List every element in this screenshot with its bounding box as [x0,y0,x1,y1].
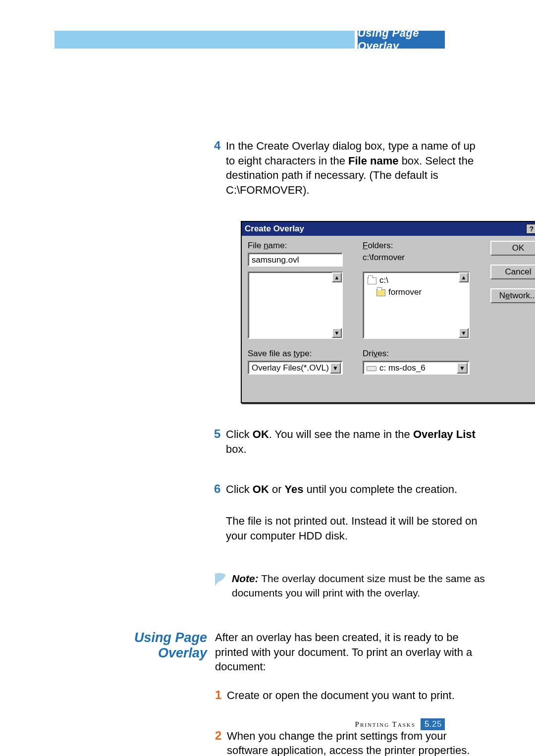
tree-child-row[interactable]: formover [366,286,467,298]
help-icon[interactable]: ? [526,224,535,234]
step-text-b1: Create or open the document you want to … [227,688,486,703]
label-drives: Drives: [363,349,389,359]
scroll-up-icon[interactable]: ▲ [459,272,469,282]
label-save-type: Save file as type: [248,349,312,359]
file-name-input[interactable]: samsung.ovl [248,253,343,267]
step-num-4: 4 [214,139,226,198]
create-overlay-dialog: Create Overlay ? × File name: samsung.ov… [241,221,535,403]
file-name-listbox[interactable]: ▲ ▼ [248,271,343,339]
step-6: 6 Click OK or Yes until you complete the… [214,482,485,497]
page-number: 5.25 [421,718,445,730]
step-num-b1: 1 [215,688,227,703]
step-num-6: 6 [214,482,226,497]
drives-value: c: ms-dos_6 [379,363,426,373]
scroll-down-icon[interactable]: ▼ [332,328,342,338]
scroll-down-icon[interactable]: ▼ [459,328,469,338]
dialog-titlebar: Create Overlay ? × [242,222,535,236]
section-intro: After an overlay has been created, it is… [215,630,486,674]
step-4: 4 In the Create Overlay dialog box, type… [214,139,485,198]
label-folders: Folders: [363,241,393,251]
cancel-button[interactable]: Cancel [490,265,535,279]
note-flag-icon [214,572,229,590]
step-b1: 1 Create or open the document you want t… [215,688,486,703]
step-5: 5 Click OK. You will see the name in the… [214,427,485,456]
chevron-down-icon[interactable]: ▼ [457,363,468,374]
step-text-b2: When you change the print settings from … [227,729,486,756]
dialog-body: File name: samsung.ovl ▲ ▼ Folders: c:\f… [242,236,535,250]
step-6-followup-text: The file is not printed out. Instead it … [226,514,485,543]
tree-root-row[interactable]: c:\ [366,274,467,286]
page-footer: Printing Tasks 5.25 [355,718,445,730]
folder-tree[interactable]: c:\ formover ▲ ▼ [363,271,470,339]
drive-icon [367,366,376,371]
header-left-fill [54,31,355,49]
note-text: Note: The overlay document size must be … [231,572,485,600]
label-file-name: File name: [248,241,287,251]
header-title: Using Page Overlay [358,31,445,49]
step-text-4: In the Create Overlay dialog box, type a… [226,139,485,198]
step-text-5: Click OK. You will see the name in the O… [226,427,485,456]
scroll-up-icon[interactable]: ▲ [332,272,342,282]
dialog-title: Create Overlay [245,224,525,234]
footer-section-name: Printing Tasks [355,720,416,729]
note-callout: Note: The overlay document size must be … [214,572,485,600]
save-type-value: Overlay Files(*.OVL) [252,363,329,373]
ok-button[interactable]: OK [490,241,535,256]
step-b2: 2 When you change the print settings fro… [215,729,486,756]
folder-icon [376,289,385,296]
step-text-6: Click OK or Yes until you complete the c… [226,482,485,497]
section-heading: Using Page Overlay [84,630,207,661]
main-content: 4 In the Create Overlay dialog box, type… [214,139,485,209]
step-num-5: 5 [214,427,226,456]
step-num-b2: 2 [215,729,227,756]
header-bar: Using Page Overlay [54,31,445,49]
drives-select[interactable]: c: ms-dos_6 ▼ [363,361,470,375]
step-6-followup: The file is not printed out. Instead it … [214,514,485,543]
file-name-value: samsung.ovl [252,255,299,265]
content-below-dialog: 5 Click OK. You will see the name in the… [214,427,485,600]
network-button[interactable]: Network... [490,288,535,303]
folder-open-icon [368,277,376,284]
folders-path: c:\formover [363,253,405,263]
section-content: After an overlay has been created, it is… [215,630,486,756]
chevron-down-icon[interactable]: ▼ [330,363,341,374]
save-type-select[interactable]: Overlay Files(*.OVL) ▼ [248,361,343,375]
